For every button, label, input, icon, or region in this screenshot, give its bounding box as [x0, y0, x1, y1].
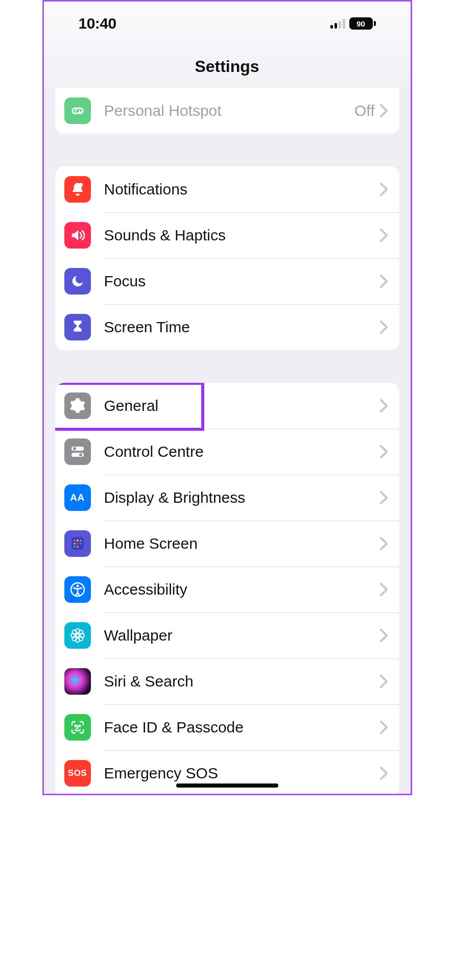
row-notifications[interactable]: Notifications — [55, 166, 399, 212]
chevron-right-icon — [380, 583, 388, 596]
settings-scroll[interactable]: Personal Hotspot Off Notifications — [44, 88, 411, 795]
chevron-right-icon — [380, 537, 388, 550]
sos-icon: SOS — [64, 760, 91, 787]
row-label: Home Screen — [104, 535, 380, 552]
svg-point-2 — [73, 447, 76, 450]
chevron-right-icon — [380, 183, 388, 196]
link-icon — [64, 97, 91, 124]
settings-group-network-tail: Personal Hotspot Off — [55, 88, 399, 134]
page-title: Settings — [195, 57, 259, 76]
row-siri-search[interactable]: Siri & Search — [55, 658, 399, 704]
status-time: 10:40 — [79, 15, 116, 32]
chevron-right-icon — [380, 275, 388, 288]
settings-group-device: General Control Centre AA Display & Brig… — [55, 383, 399, 795]
status-bar: 10:40 90 — [44, 2, 411, 45]
svg-point-8 — [80, 540, 82, 542]
siri-icon — [64, 668, 91, 695]
row-general[interactable]: General — [55, 383, 399, 429]
chevron-right-icon — [380, 767, 388, 780]
row-label: Personal Hotspot — [104, 102, 355, 119]
accessibility-icon — [64, 576, 91, 603]
home-indicator[interactable] — [176, 783, 278, 788]
row-label: Control Centre — [104, 443, 380, 460]
device-frame: 10:40 90 Settings — [42, 0, 412, 795]
chevron-right-icon — [380, 491, 388, 504]
text-size-icon: AA — [64, 484, 91, 511]
battery-icon: 90 — [349, 17, 376, 30]
row-label: Emergency SOS — [104, 765, 380, 782]
row-emergency-sos[interactable]: SOS Emergency SOS — [55, 750, 399, 795]
chevron-right-icon — [380, 445, 388, 458]
icon-text: SOS — [68, 768, 87, 778]
row-focus[interactable]: Focus — [55, 258, 399, 304]
svg-point-6 — [74, 540, 76, 542]
svg-point-9 — [74, 543, 76, 545]
row-accessibility[interactable]: Accessibility — [55, 567, 399, 612]
row-control-centre[interactable]: Control Centre — [55, 429, 399, 475]
row-label: Sounds & Haptics — [104, 227, 380, 244]
row-detail: Off — [354, 102, 374, 119]
speaker-icon — [64, 222, 91, 249]
nav-bar: Settings — [44, 45, 411, 88]
row-sounds-haptics[interactable]: Sounds & Haptics — [55, 212, 399, 258]
settings-group-alerts: Notifications Sounds & Haptics Focus — [55, 166, 399, 350]
chevron-right-icon — [380, 104, 388, 117]
row-label: Display & Brightness — [104, 489, 380, 506]
row-label: Notifications — [104, 181, 380, 198]
gear-icon — [64, 393, 91, 419]
flower-icon — [64, 622, 91, 649]
svg-point-12 — [74, 546, 76, 548]
svg-point-0 — [79, 183, 83, 187]
cellular-signal-icon — [330, 18, 345, 29]
svg-point-10 — [77, 543, 79, 545]
chevron-right-icon — [380, 229, 388, 242]
row-label: Siri & Search — [104, 673, 380, 690]
moon-icon — [64, 268, 91, 295]
chevron-right-icon — [380, 675, 388, 688]
row-label: Wallpaper — [104, 627, 380, 644]
row-label: General — [104, 397, 380, 414]
bell-icon — [64, 176, 91, 203]
svg-point-11 — [80, 543, 82, 545]
svg-point-4 — [79, 453, 82, 456]
row-wallpaper[interactable]: Wallpaper — [55, 612, 399, 658]
row-personal-hotspot[interactable]: Personal Hotspot Off — [55, 88, 399, 134]
row-home-screen[interactable]: Home Screen — [55, 521, 399, 567]
svg-point-25 — [75, 725, 76, 727]
icon-text: AA — [70, 492, 84, 503]
svg-point-26 — [79, 725, 80, 727]
chevron-right-icon — [380, 321, 388, 334]
svg-point-15 — [76, 585, 79, 587]
svg-point-16 — [76, 634, 79, 637]
status-indicators: 90 — [330, 17, 376, 30]
face-id-icon — [64, 714, 91, 741]
row-label: Accessibility — [104, 581, 380, 598]
svg-point-13 — [77, 546, 79, 548]
row-label: Face ID & Passcode — [104, 719, 380, 736]
svg-point-7 — [77, 540, 79, 542]
hourglass-icon — [64, 314, 91, 340]
toggles-icon — [64, 438, 91, 465]
row-screen-time[interactable]: Screen Time — [55, 304, 399, 350]
chevron-right-icon — [380, 721, 388, 734]
apps-grid-icon — [64, 530, 91, 557]
row-face-id-passcode[interactable]: Face ID & Passcode — [55, 704, 399, 750]
row-label: Focus — [104, 273, 380, 290]
chevron-right-icon — [380, 399, 388, 412]
row-display-brightness[interactable]: AA Display & Brightness — [55, 475, 399, 521]
row-label: Screen Time — [104, 318, 380, 336]
chevron-right-icon — [380, 629, 388, 642]
